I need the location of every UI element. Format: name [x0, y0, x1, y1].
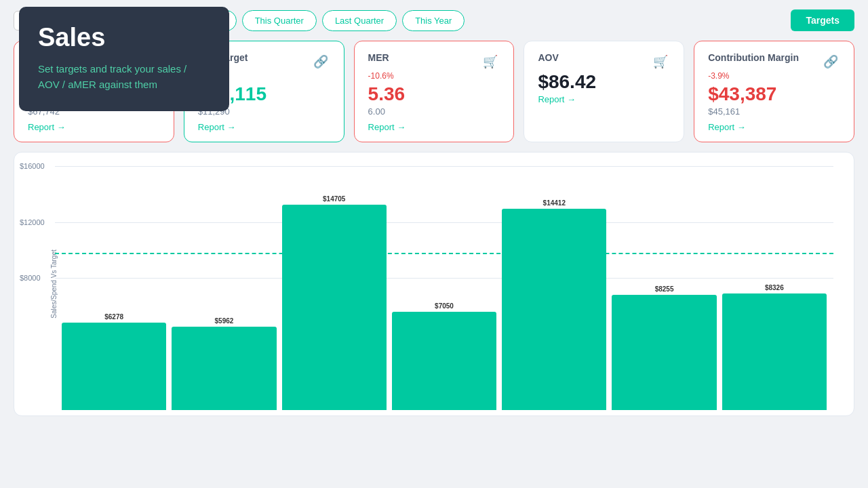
grid-label: $16000: [20, 162, 45, 170]
metric-card-2: MER 🛒 -10.6% 5.36 6.00 Report →: [354, 41, 515, 142]
period-btn-last-quarter[interactable]: Last Quarter: [322, 10, 397, 31]
bar-label-top-1: $5962: [215, 317, 234, 325]
chart-container: Sales/Spend Vs Target $16000$12000$8000$…: [14, 152, 854, 416]
bar-4: [502, 209, 606, 410]
card-icon-2: 🛒: [481, 52, 500, 71]
tooltip-description: Set targets and track your sales / AOV /…: [38, 62, 210, 92]
card-report-4[interactable]: Report →: [708, 122, 840, 132]
card-change-4: -3.9%: [708, 71, 840, 81]
bar-label-top-6: $8326: [765, 284, 784, 291]
bar-group-0: $6278: [62, 313, 166, 410]
bar-label-top-5: $8255: [655, 285, 674, 293]
card-report-1[interactable]: Report →: [198, 122, 330, 132]
card-icon-4: 🔗: [821, 52, 840, 71]
tooltip-title: Sales: [38, 23, 210, 52]
card-report-0[interactable]: Report →: [28, 122, 160, 132]
card-icon-1: 🔗: [311, 52, 330, 71]
card-title-2: MER: [368, 52, 389, 63]
bar-0: [62, 323, 166, 410]
bar-label-top-2: $14705: [323, 195, 345, 203]
bars-area: $6278$5962$14705$7050$14412$8255$8326: [55, 166, 833, 410]
grid-label: $8000: [20, 274, 41, 282]
bar-6: [722, 293, 827, 410]
card-sub-4: $45,161: [708, 106, 840, 117]
card-sub-2: 6.00: [368, 106, 500, 117]
chart-grid: $16000$12000$8000$6278$5962$14705$7050$1…: [55, 166, 833, 395]
metric-card-4: Contribution Margin 🔗 -3.9% $43,387 $45,…: [694, 41, 854, 142]
card-icon-3: 🛒: [651, 52, 670, 71]
card-change-2: -10.6%: [368, 71, 500, 81]
metric-card-3: AOV 🛒 $86.42 Report →: [524, 41, 684, 142]
sales-tooltip: Sales Set targets and track your sales /…: [19, 7, 229, 111]
bar-label-top-4: $14412: [543, 199, 566, 207]
bar-group-2: $14705: [282, 195, 387, 410]
period-btn-this-year[interactable]: This Year: [402, 10, 465, 31]
card-report-2[interactable]: Report →: [368, 122, 500, 132]
bar-group-3: $7050: [392, 302, 496, 410]
card-value-3: $86.42: [538, 71, 670, 93]
bar-2: [282, 205, 387, 410]
bar-3: [392, 312, 496, 410]
period-btn-this-quarter[interactable]: This Quarter: [242, 10, 317, 31]
card-title-4: Contribution Margin: [708, 52, 799, 63]
card-report-3[interactable]: Report →: [538, 94, 670, 104]
card-title-3: AOV: [538, 52, 558, 63]
grid-label: $12000: [20, 218, 45, 226]
card-header-3: AOV 🛒: [538, 52, 670, 71]
bar-label-top-0: $6278: [104, 313, 123, 321]
card-value-2: 5.36: [368, 83, 500, 105]
bar-5: [612, 295, 716, 410]
card-header-4: Contribution Margin 🔗: [708, 52, 840, 71]
targets-button[interactable]: Targets: [791, 9, 854, 31]
bar-group-4: $14412: [502, 199, 606, 410]
bar-group-1: $5962: [172, 317, 276, 410]
bar-group-6: $8326: [722, 284, 827, 410]
card-header-2: MER 🛒: [368, 52, 500, 71]
bar-1: [172, 327, 276, 410]
bar-label-top-3: $7050: [435, 302, 454, 310]
card-value-4: $43,387: [708, 83, 840, 105]
bar-group-5: $8255: [612, 285, 716, 410]
